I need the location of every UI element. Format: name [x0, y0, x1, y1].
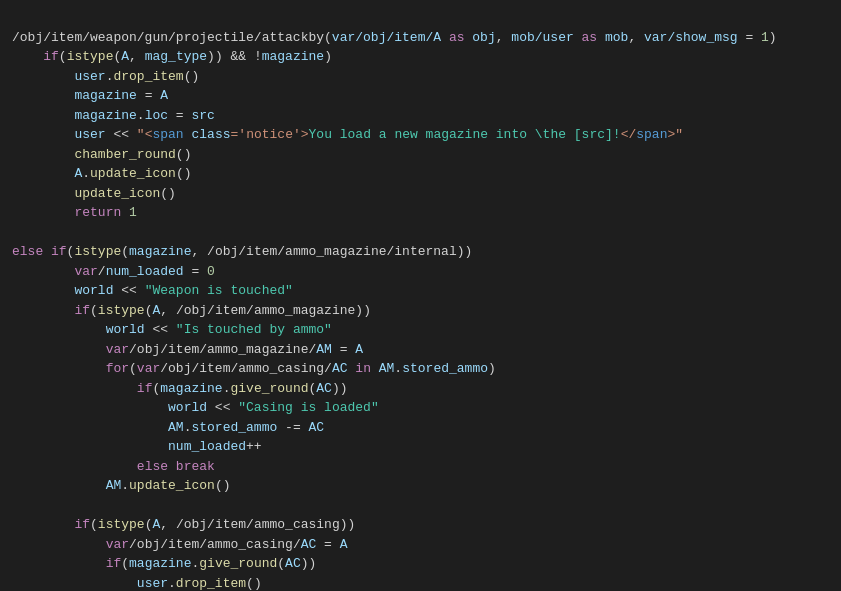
code-view: /obj/item/weapon/gun/projectile/attackby… — [12, 8, 829, 591]
breadcrumb: /obj/item/weapon/gun/projectile/attackby… — [12, 30, 777, 45]
